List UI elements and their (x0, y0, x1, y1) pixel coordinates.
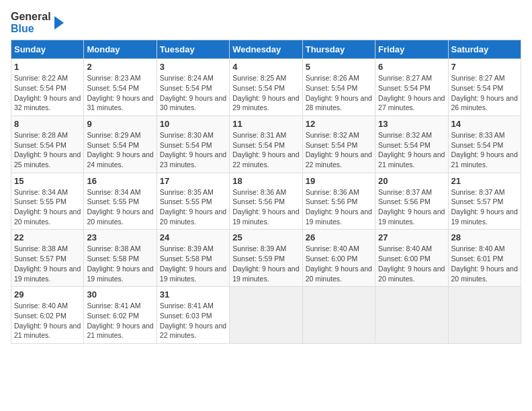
day-info: Sunrise: 8:35 AM Sunset: 5:55 PM Dayligh… (160, 187, 226, 227)
logo-blue: Blue (11, 23, 51, 35)
day-cell: 27Sunrise: 8:40 AM Sunset: 6:00 PM Dayli… (375, 230, 448, 287)
day-cell: 12Sunrise: 8:32 AM Sunset: 5:54 PM Dayli… (302, 116, 375, 173)
day-info: Sunrise: 8:23 AM Sunset: 5:54 PM Dayligh… (87, 73, 153, 113)
week-row-2: 8Sunrise: 8:28 AM Sunset: 5:54 PM Daylig… (11, 116, 521, 173)
logo-general: General (11, 11, 51, 23)
day-number: 30 (87, 289, 153, 300)
day-info: Sunrise: 8:24 AM Sunset: 5:54 PM Dayligh… (160, 73, 226, 113)
day-info: Sunrise: 8:36 AM Sunset: 5:56 PM Dayligh… (232, 187, 299, 227)
day-info: Sunrise: 8:39 AM Sunset: 5:59 PM Dayligh… (232, 244, 299, 283)
day-number: 6 (378, 62, 445, 72)
day-info: Sunrise: 8:38 AM Sunset: 5:58 PM Dayligh… (87, 244, 153, 283)
day-number: 1 (14, 62, 81, 72)
day-info: Sunrise: 8:34 AM Sunset: 5:55 PM Dayligh… (14, 187, 81, 227)
week-row-1: 1Sunrise: 8:22 AM Sunset: 5:54 PM Daylig… (11, 59, 521, 116)
day-cell: 21Sunrise: 8:37 AM Sunset: 5:57 PM Dayli… (448, 173, 521, 230)
day-info: Sunrise: 8:38 AM Sunset: 5:57 PM Dayligh… (14, 244, 81, 283)
day-cell: 2Sunrise: 8:23 AM Sunset: 5:54 PM Daylig… (84, 59, 157, 116)
header-cell-friday: Friday (375, 40, 448, 59)
day-info: Sunrise: 8:39 AM Sunset: 5:58 PM Dayligh… (160, 244, 226, 283)
day-info: Sunrise: 8:40 AM Sunset: 6:00 PM Dayligh… (378, 244, 445, 283)
day-cell: 31Sunrise: 8:41 AM Sunset: 6:03 PM Dayli… (157, 287, 229, 344)
day-number: 11 (232, 119, 299, 129)
day-cell: 18Sunrise: 8:36 AM Sunset: 5:56 PM Dayli… (230, 173, 302, 230)
day-number: 3 (160, 62, 226, 72)
day-cell: 15Sunrise: 8:34 AM Sunset: 5:55 PM Dayli… (11, 173, 84, 230)
day-info: Sunrise: 8:37 AM Sunset: 5:56 PM Dayligh… (378, 187, 445, 227)
day-cell: 9Sunrise: 8:29 AM Sunset: 5:54 PM Daylig… (84, 116, 157, 173)
day-info: Sunrise: 8:41 AM Sunset: 6:02 PM Dayligh… (87, 301, 153, 340)
day-cell: 30Sunrise: 8:41 AM Sunset: 6:02 PM Dayli… (84, 287, 157, 344)
day-cell: 3Sunrise: 8:24 AM Sunset: 5:54 PM Daylig… (157, 59, 229, 116)
day-info: Sunrise: 8:41 AM Sunset: 6:03 PM Dayligh… (160, 301, 226, 340)
day-info: Sunrise: 8:40 AM Sunset: 6:02 PM Dayligh… (14, 301, 81, 340)
logo: General Blue (11, 11, 64, 34)
day-info: Sunrise: 8:33 AM Sunset: 5:54 PM Dayligh… (451, 130, 518, 170)
day-number: 7 (451, 62, 518, 72)
day-cell: 24Sunrise: 8:39 AM Sunset: 5:58 PM Dayli… (157, 230, 229, 287)
day-info: Sunrise: 8:30 AM Sunset: 5:54 PM Dayligh… (160, 130, 226, 170)
day-number: 27 (378, 232, 445, 242)
day-number: 29 (14, 289, 81, 300)
day-number: 18 (232, 176, 299, 186)
day-cell: 8Sunrise: 8:28 AM Sunset: 5:54 PM Daylig… (11, 116, 84, 173)
day-info: Sunrise: 8:31 AM Sunset: 5:54 PM Dayligh… (232, 130, 299, 170)
day-info: Sunrise: 8:34 AM Sunset: 5:55 PM Dayligh… (87, 187, 153, 227)
day-cell: 7Sunrise: 8:27 AM Sunset: 5:54 PM Daylig… (448, 59, 521, 116)
day-cell: 22Sunrise: 8:38 AM Sunset: 5:57 PM Dayli… (11, 230, 84, 287)
day-cell (302, 287, 375, 344)
day-number: 13 (378, 119, 445, 129)
day-cell: 16Sunrise: 8:34 AM Sunset: 5:55 PM Dayli… (84, 173, 157, 230)
header-row: SundayMondayTuesdayWednesdayThursdayFrid… (11, 40, 521, 59)
day-number: 5 (306, 62, 372, 72)
day-cell: 19Sunrise: 8:36 AM Sunset: 5:56 PM Dayli… (302, 173, 375, 230)
day-number: 8 (14, 119, 81, 129)
day-info: Sunrise: 8:40 AM Sunset: 6:00 PM Dayligh… (306, 244, 372, 283)
logo-text-block: General Blue (11, 11, 51, 34)
day-number: 31 (160, 289, 226, 300)
day-number: 10 (160, 119, 226, 129)
calendar-header: SundayMondayTuesdayWednesdayThursdayFrid… (11, 40, 521, 59)
day-number: 22 (14, 232, 81, 242)
day-cell: 23Sunrise: 8:38 AM Sunset: 5:58 PM Dayli… (84, 230, 157, 287)
day-cell: 6Sunrise: 8:27 AM Sunset: 5:54 PM Daylig… (375, 59, 448, 116)
day-cell: 13Sunrise: 8:32 AM Sunset: 5:54 PM Dayli… (375, 116, 448, 173)
day-number: 14 (451, 119, 518, 129)
day-number: 20 (378, 176, 445, 186)
logo-arrow-icon (54, 16, 64, 30)
day-cell: 29Sunrise: 8:40 AM Sunset: 6:02 PM Dayli… (11, 287, 84, 344)
header-cell-sunday: Sunday (11, 40, 84, 59)
day-cell: 20Sunrise: 8:37 AM Sunset: 5:56 PM Dayli… (375, 173, 448, 230)
day-cell: 25Sunrise: 8:39 AM Sunset: 5:59 PM Dayli… (230, 230, 302, 287)
day-info: Sunrise: 8:29 AM Sunset: 5:54 PM Dayligh… (87, 130, 153, 170)
day-info: Sunrise: 8:32 AM Sunset: 5:54 PM Dayligh… (306, 130, 372, 170)
day-cell: 5Sunrise: 8:26 AM Sunset: 5:54 PM Daylig… (302, 59, 375, 116)
day-number: 24 (160, 232, 226, 242)
header-cell-wednesday: Wednesday (230, 40, 302, 59)
calendar-body: 1Sunrise: 8:22 AM Sunset: 5:54 PM Daylig… (11, 59, 521, 344)
day-cell (448, 287, 521, 344)
day-number: 25 (232, 232, 299, 242)
day-number: 16 (87, 176, 153, 186)
day-number: 17 (160, 176, 226, 186)
day-number: 9 (87, 119, 153, 129)
day-number: 2 (87, 62, 153, 72)
day-info: Sunrise: 8:27 AM Sunset: 5:54 PM Dayligh… (451, 73, 518, 113)
day-info: Sunrise: 8:36 AM Sunset: 5:56 PM Dayligh… (306, 187, 372, 227)
header-cell-monday: Monday (84, 40, 157, 59)
day-cell: 28Sunrise: 8:40 AM Sunset: 6:01 PM Dayli… (448, 230, 521, 287)
week-row-4: 22Sunrise: 8:38 AM Sunset: 5:57 PM Dayli… (11, 230, 521, 287)
header-cell-tuesday: Tuesday (157, 40, 229, 59)
day-cell: 4Sunrise: 8:25 AM Sunset: 5:54 PM Daylig… (230, 59, 302, 116)
day-info: Sunrise: 8:22 AM Sunset: 5:54 PM Dayligh… (14, 73, 81, 113)
week-row-5: 29Sunrise: 8:40 AM Sunset: 6:02 PM Dayli… (11, 287, 521, 344)
header-cell-saturday: Saturday (448, 40, 521, 59)
day-info: Sunrise: 8:28 AM Sunset: 5:54 PM Dayligh… (14, 130, 81, 170)
day-number: 19 (306, 176, 372, 186)
day-cell: 11Sunrise: 8:31 AM Sunset: 5:54 PM Dayli… (230, 116, 302, 173)
header: General Blue (11, 11, 521, 34)
day-number: 28 (451, 232, 518, 242)
day-cell: 26Sunrise: 8:40 AM Sunset: 6:00 PM Dayli… (302, 230, 375, 287)
logo-container: General Blue (11, 11, 64, 34)
day-cell (230, 287, 302, 344)
